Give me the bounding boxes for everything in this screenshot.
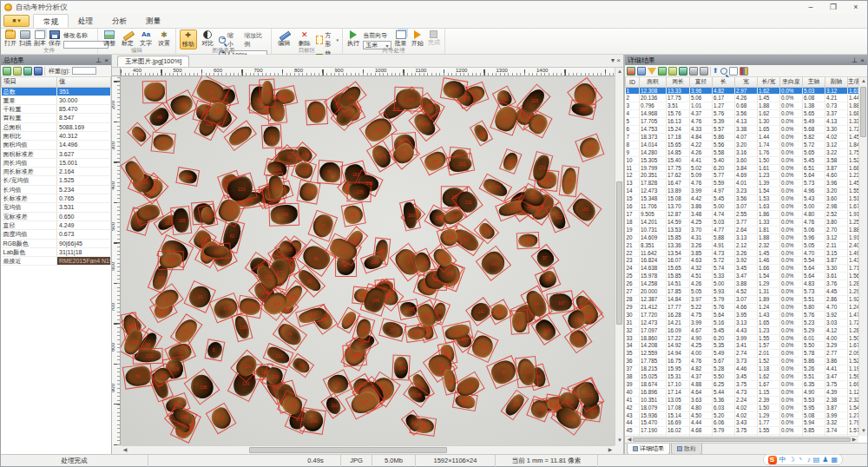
- details-row[interactable]: 1814.20114.594.255.033.771.330.0%4.763.8…: [626, 218, 859, 226]
- summary-row[interactable]: 重量30.000: [2, 95, 111, 104]
- panel-close-icon[interactable]: ×: [860, 56, 865, 64]
- target-region-box[interactable]: [510, 310, 529, 336]
- details-row[interactable]: 2211.64213.543.854.733.261.450.0%4.703.1…: [626, 249, 859, 257]
- summary-row[interactable]: 宽标准差0.650: [2, 212, 111, 220]
- grid-icon[interactable]: ▦: [831, 455, 838, 465]
- summary-row[interactable]: 千粒重85.470: [2, 105, 111, 114]
- summary-row[interactable]: 宽均值3.531: [2, 203, 111, 212]
- summary-row[interactable]: 周长标准差2.164: [2, 168, 111, 176]
- print-icon[interactable]: [689, 67, 698, 76]
- pin-icon[interactable]: ⊥: [95, 56, 102, 64]
- minimize-button[interactable]: –: [799, 1, 822, 14]
- details-col[interactable]: 长: [713, 77, 735, 87]
- details-row[interactable]: 718.37317.184.845.864.071.440.0%5.824.02…: [626, 133, 859, 141]
- target-edit-button[interactable]: 编辑: [275, 30, 293, 48]
- summary-row[interactable]: 百粒重8.547: [2, 114, 111, 122]
- summary-col-item[interactable]: 项目: [2, 77, 57, 87]
- details-row[interactable]: 4415.47016.694.446.063.431.770.0%5.943.3…: [626, 419, 859, 427]
- details-horizontal-scrollbar[interactable]: ◀ ▶: [625, 436, 858, 443]
- details-row[interactable]: 517.70516.134.765.394.131.300.0%5.494.13…: [626, 118, 859, 126]
- summary-row[interactable]: 面积标准差3.627: [2, 149, 111, 158]
- summary-row[interactable]: 最接近RME2015Fan4 N19…: [2, 257, 111, 266]
- mic-icon[interactable]: ♪: [807, 455, 811, 465]
- target-delete-button[interactable]: ✕删除: [295, 30, 312, 48]
- details-row[interactable]: 112.30813.333.964.822.971.620.0%5.033.12…: [626, 87, 859, 95]
- details-row[interactable]: 4517.19016.024.685.793.751.550.0%5.853.7…: [626, 427, 859, 435]
- image-tab[interactable]: 玉米图片.jpg[100%]: [117, 56, 189, 67]
- close-button[interactable]: ×: [845, 1, 867, 14]
- details-row[interactable]: 1611.70613.703.865.003.071.630.0%5.002.9…: [626, 203, 859, 211]
- details-row[interactable]: 2316.82416.074.635.723.921.460.0%5.543.8…: [626, 257, 859, 265]
- details-row[interactable]: 2414.63815.654.325.743.451.660.0%5.643.3…: [626, 265, 859, 273]
- sample-weight-input[interactable]: [72, 67, 96, 75]
- details-row[interactable]: 3815.02515.314.375.503.451.620.0%5.513.4…: [626, 373, 859, 381]
- details-row[interactable]: 614.75315.244.335.573.381.650.0%5.683.30…: [626, 126, 859, 134]
- adjust-button[interactable]: 调整: [102, 30, 117, 48]
- excel-export-icon[interactable]: [23, 67, 32, 76]
- details-row[interactable]: 3318.86017.224.906.203.991.550.0%6.014.0…: [626, 334, 859, 342]
- details-col[interactable]: ID: [626, 77, 640, 87]
- details-row[interactable]: 3617.78516.754.765.673.731.520.0%5.863.8…: [626, 358, 859, 365]
- contrast-button[interactable]: 对比: [200, 30, 216, 48]
- pin-icon[interactable]: ⊥: [852, 56, 858, 64]
- excel-export-icon[interactable]: [658, 67, 667, 76]
- details-row[interactable]: 3017.72016.284.755.643.951.430.0%5.763.9…: [626, 311, 859, 319]
- details-row[interactable]: 4218.07917.084.806.034.021.500.0%5.953.8…: [626, 404, 859, 411]
- keyboard-icon[interactable]: ▤: [813, 455, 820, 465]
- preview-box-icon[interactable]: [729, 67, 738, 76]
- image-canvas[interactable]: 1234567891011121314151617181920212223242…: [121, 76, 615, 445]
- excel-save-icon[interactable]: [679, 67, 687, 76]
- details-row[interactable]: 218.35113.363.264.912.122.320.0%5.052.11…: [626, 241, 859, 249]
- horizontal-scrollbar[interactable]: ◀ ▶: [121, 445, 615, 454]
- details-row[interactable]: 1015.30515.404.415.403.601.500.0%5.453.5…: [626, 156, 859, 164]
- details-col[interactable]: 副轴: [825, 77, 848, 87]
- sogou-logo-icon[interactable]: S: [768, 456, 777, 464]
- details-row[interactable]: 414.96815.764.375.763.561.620.0%5.653.37…: [626, 110, 859, 118]
- target-region-box[interactable]: [204, 339, 225, 361]
- upload-icon[interactable]: ⬆: [713, 67, 719, 76]
- batch-button[interactable]: 批量: [394, 30, 408, 48]
- scan-button[interactable]: 扫描: [19, 30, 31, 48]
- ribbon-tab-测量[interactable]: 测量: [136, 14, 170, 28]
- summary-row[interactable]: 长标准差0.765: [2, 194, 111, 203]
- chart-icon[interactable]: [740, 67, 748, 76]
- details-row[interactable]: 2614.25814.514.265.003.881.290.0%4.833.7…: [626, 280, 859, 288]
- save-button[interactable]: 保存: [49, 30, 61, 48]
- panel-close-icon[interactable]: ×: [104, 56, 108, 64]
- details-row[interactable]: 2812.38714.843.975.793.071.890.0%5.512.8…: [626, 295, 859, 303]
- details-row[interactable]: 4110.35113.053.635.362.242.390.0%5.532.3…: [626, 396, 859, 404]
- chinese-mode-icon[interactable]: 中: [779, 455, 786, 465]
- application-menu-button[interactable]: ■ ▾: [3, 15, 30, 27]
- settings-button[interactable]: ✱设置: [156, 30, 172, 48]
- open-button[interactable]: 打开: [4, 30, 16, 48]
- zoom-out-button[interactable]: −缩小 缩放比例: [219, 31, 267, 49]
- details-row[interactable]: 1515.34815.084.425.453.561.530.0%5.433.6…: [626, 195, 859, 203]
- details-col[interactable]: 周长: [667, 77, 690, 87]
- contacts-icon[interactable]: ♟: [822, 455, 828, 465]
- execute-button[interactable]: 执行: [346, 30, 360, 48]
- ime-toolbar[interactable]: S 中☽丶♪▤♟▦: [763, 454, 843, 465]
- summary-row[interactable]: 周长均值15.001: [2, 158, 111, 167]
- summary-row[interactable]: 面积均值14.496: [2, 141, 111, 149]
- text-button[interactable]: Aa文字: [138, 30, 154, 48]
- details-row[interactable]: 30.7963.511.011.270.681.880.0%1.380.731.…: [626, 102, 859, 110]
- edit-results-icon[interactable]: [668, 67, 677, 76]
- maximize-button[interactable]: ❐: [822, 1, 845, 14]
- report-icon[interactable]: [34, 67, 43, 76]
- details-col[interactable]: 宽: [735, 77, 758, 87]
- details-row[interactable]: 4315.93615.144.505.204.021.290.0%5.083.9…: [626, 411, 859, 419]
- ribbon-tab-分析[interactable]: 分析: [102, 14, 136, 28]
- details-row[interactable]: 2921.41217.775.225.764.661.240.0%5.804.7…: [626, 303, 859, 311]
- search-icon[interactable]: [720, 68, 727, 75]
- details-row[interactable]: 3512.55914.944.005.492.742.010.0%5.782.7…: [626, 350, 859, 358]
- summary-row[interactable]: 长/宽均值1.525: [2, 176, 111, 185]
- details-row[interactable]: 3718.21515.954.825.284.461.180.0%5.264.4…: [626, 365, 859, 373]
- summary-row[interactable]: 总面积5088.169: [2, 122, 111, 131]
- details-col[interactable]: 垩白度: [780, 77, 803, 87]
- details-row[interactable]: 1119.79917.755.026.203.841.610.0%6.513.8…: [626, 164, 859, 172]
- undo-icon[interactable]: [637, 67, 646, 76]
- moon-icon[interactable]: ☽: [789, 455, 795, 465]
- summary-row[interactable]: 圆度均值0.673: [2, 230, 111, 239]
- tab-list-icon[interactable]: ▾: [611, 56, 615, 64]
- ribbon-tab-处理[interactable]: 处理: [69, 14, 102, 28]
